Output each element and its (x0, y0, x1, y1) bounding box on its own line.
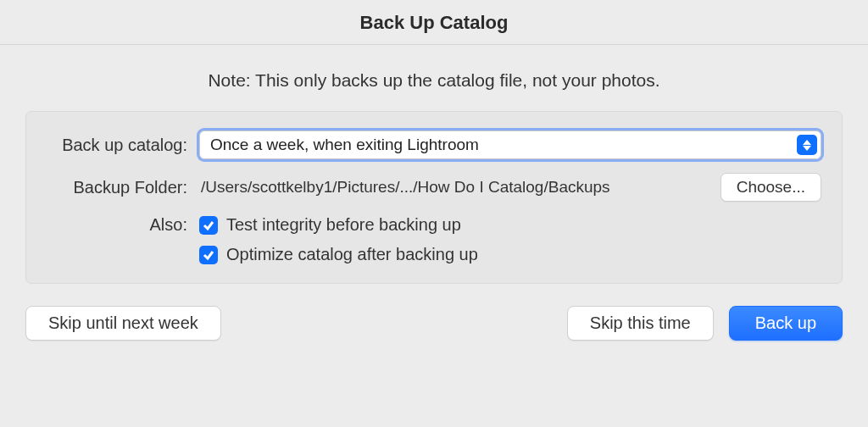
choose-button[interactable]: Choose... (721, 173, 821, 202)
back-up-button[interactable]: Back up (729, 306, 843, 341)
test-integrity-row: Also: Test integrity before backing up (47, 215, 821, 235)
test-integrity-checkbox[interactable] (199, 216, 218, 235)
note-text: Note: This only backs up the catalog fil… (0, 70, 868, 91)
settings-panel: Back up catalog: Once a week, when exiti… (25, 111, 843, 284)
optimize-row: Optimize catalog after backing up (47, 245, 821, 264)
also-label: Also: (47, 215, 199, 235)
backup-catalog-row: Back up catalog: Once a week, when exiti… (47, 130, 821, 159)
backup-catalog-label: Back up catalog: (47, 136, 199, 155)
optimize-label: Optimize catalog after backing up (226, 245, 478, 264)
check-icon (203, 249, 214, 261)
backup-frequency-select[interactable]: Once a week, when exiting Lightroom (199, 130, 821, 159)
title-bar: Back Up Catalog (0, 0, 868, 45)
select-value: Once a week, when exiting Lightroom (210, 136, 479, 154)
check-icon (203, 219, 214, 231)
skip-until-next-week-button[interactable]: Skip until next week (25, 306, 221, 341)
button-bar: Skip until next week Skip this time Back… (0, 306, 868, 341)
backup-folder-path: /Users/scottkelby1/Pictures/.../How Do I… (199, 178, 710, 197)
skip-this-time-button[interactable]: Skip this time (567, 306, 714, 341)
window-title: Back Up Catalog (0, 12, 868, 34)
backup-folder-row: Backup Folder: /Users/scottkelby1/Pictur… (47, 173, 821, 202)
updown-arrow-icon (797, 135, 817, 155)
optimize-checkbox[interactable] (199, 246, 218, 264)
backup-folder-label: Backup Folder: (47, 178, 199, 197)
test-integrity-label: Test integrity before backing up (226, 215, 461, 235)
